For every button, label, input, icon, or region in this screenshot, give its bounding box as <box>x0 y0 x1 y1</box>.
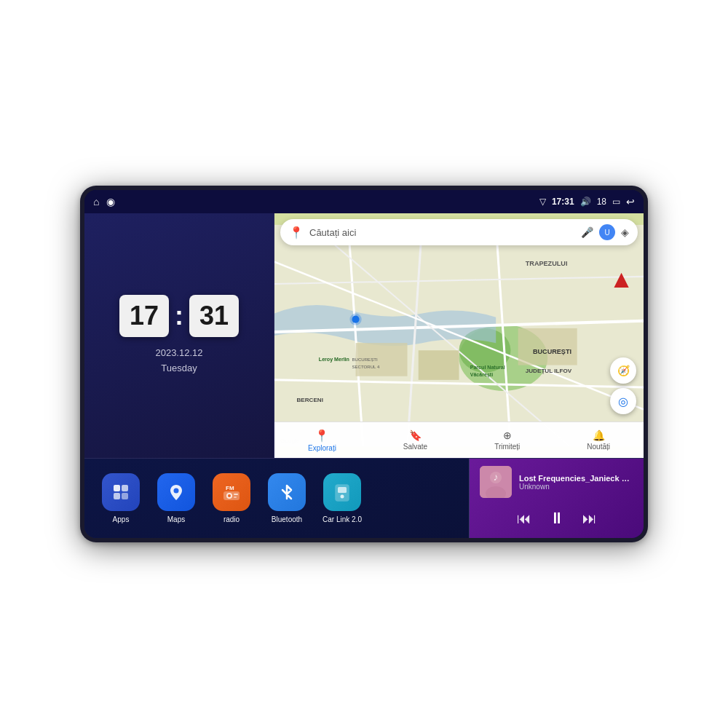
map-nav-share[interactable]: ⊕ Trimiteți <box>494 430 520 451</box>
device-screen: ⌂ ◉ ▽ 17:31 🔊 18 ▭ ↩ 17 : <box>84 190 644 538</box>
svg-text:JUDEȚUL ILFOV: JUDEȚUL ILFOV <box>526 368 572 374</box>
svg-text:Văcărești: Văcărești <box>470 372 494 378</box>
svg-text:Parcul Natural: Parcul Natural <box>470 365 505 371</box>
apps-label: Apps <box>113 515 130 523</box>
map-nav-saved[interactable]: 🔖 Salvate <box>403 430 427 451</box>
clock-minutes: 31 <box>189 295 239 337</box>
play-pause-button[interactable]: ⏸ <box>549 509 565 528</box>
svg-text:Leroy Merlin: Leroy Merlin <box>319 357 349 363</box>
music-player: ♪ Lost Frequencies_Janieck Devy-... Unkn… <box>469 459 644 538</box>
maps-pin-icon[interactable]: ◉ <box>106 196 115 207</box>
device: ⌂ ◉ ▽ 17:31 🔊 18 ▭ ↩ 17 : <box>80 186 648 542</box>
svg-rect-12 <box>419 350 459 380</box>
clock-display: 17 : 31 <box>119 295 239 337</box>
app-carlink[interactable]: Car Link 2.0 <box>320 473 364 523</box>
map-search-text[interactable]: Căutați aici <box>309 227 575 238</box>
svg-rect-36 <box>234 494 238 495</box>
news-label: Noutăți <box>587 443 610 451</box>
layers-icon[interactable]: ◈ <box>621 226 629 238</box>
svg-point-40 <box>341 495 344 499</box>
svg-rect-29 <box>114 493 120 499</box>
carlink-icon <box>323 473 361 511</box>
map-search-icons: 🎤 U ◈ <box>581 224 629 240</box>
svg-point-31 <box>174 488 179 494</box>
svg-point-35 <box>228 494 231 497</box>
saved-icon: 🔖 <box>409 430 422 441</box>
status-time: 17:31 <box>552 197 574 207</box>
apps-icon <box>102 473 140 511</box>
top-section: 17 : 31 2023.12.12 Tuesday <box>84 213 644 458</box>
svg-text:TRAPEZULUI: TRAPEZULUI <box>526 260 568 267</box>
map-bottom-nav: 📍 Explorați 🔖 Salvate ⊕ Trimiteți 🔔 <box>274 422 644 458</box>
radio-label: radio <box>223 515 240 523</box>
explore-icon: 📍 <box>314 429 329 443</box>
map-nav-news[interactable]: 🔔 Noutăți <box>587 430 610 451</box>
location-icon: ◎ <box>618 395 628 408</box>
status-right: ▽ 17:31 🔊 18 ▭ ↩ <box>539 196 635 207</box>
clock-date: 2023.12.12 Tuesday <box>155 346 202 376</box>
bluetooth-label: Bluetooth <box>272 515 302 523</box>
maps-label: Maps <box>167 515 185 523</box>
map-search-bar[interactable]: 📍 Căutați aici 🎤 U ◈ <box>280 219 638 245</box>
signal-icon: ▽ <box>539 197 546 207</box>
svg-text:BUCUREȘTI: BUCUREȘTI <box>352 357 377 362</box>
svg-rect-39 <box>338 487 347 493</box>
app-bluetooth[interactable]: Bluetooth <box>265 473 309 523</box>
music-info: Lost Frequencies_Janieck Devy-... Unknow… <box>519 474 633 491</box>
clock-hours: 17 <box>119 295 169 337</box>
svg-rect-27 <box>114 485 120 491</box>
compass-button[interactable]: 🧭 <box>610 357 636 384</box>
main-content: 17 : 31 2023.12.12 Tuesday <box>84 213 644 538</box>
svg-rect-13 <box>518 328 577 365</box>
music-controls: ⏮ ⏸ ⏭ <box>480 509 633 531</box>
svg-rect-37 <box>234 496 237 498</box>
location-button[interactable]: ◎ <box>610 388 636 414</box>
carlink-label: Car Link 2.0 <box>323 515 362 523</box>
apps-area: Apps Maps <box>84 459 469 538</box>
news-icon: 🔔 <box>593 430 605 441</box>
music-artist: Unknown <box>519 483 633 491</box>
share-icon: ⊕ <box>503 430 512 441</box>
status-left-icons: ⌂ ◉ <box>93 196 115 207</box>
svg-rect-28 <box>122 485 128 491</box>
volume-icon: 🔊 <box>580 197 591 207</box>
map-nav-explore[interactable]: 📍 Explorați <box>308 429 336 452</box>
saved-label: Salvate <box>403 443 427 451</box>
svg-text:FM: FM <box>226 485 234 491</box>
user-avatar[interactable]: U <box>599 224 615 240</box>
map-panel[interactable]: TRAPEZULUI BUCUREȘTI JUDEȚUL ILFOV BERCE… <box>274 213 644 458</box>
album-art: ♪ <box>480 466 512 498</box>
voice-search-icon[interactable]: 🎤 <box>581 226 593 238</box>
clock-panel: 17 : 31 2023.12.12 Tuesday <box>84 213 274 458</box>
status-bar: ⌂ ◉ ▽ 17:31 🔊 18 ▭ ↩ <box>84 190 644 213</box>
svg-text:♪: ♪ <box>494 471 499 483</box>
svg-text:SECTORUL 4: SECTORUL 4 <box>352 364 379 369</box>
svg-rect-30 <box>122 493 128 499</box>
back-icon[interactable]: ↩ <box>626 196 635 207</box>
svg-point-24 <box>349 314 361 325</box>
google-maps-pin-icon: 📍 <box>289 226 304 240</box>
maps-icon <box>157 473 195 511</box>
music-top: ♪ Lost Frequencies_Janieck Devy-... Unkn… <box>480 466 633 498</box>
app-maps[interactable]: Maps <box>154 473 198 523</box>
music-title: Lost Frequencies_Janieck Devy-... <box>519 474 633 483</box>
home-icon[interactable]: ⌂ <box>93 196 99 207</box>
battery-icon: ▭ <box>612 197 620 207</box>
clock-colon: : <box>175 301 183 331</box>
svg-text:BERCENI: BERCENI <box>296 397 323 403</box>
bluetooth-icon <box>268 473 306 511</box>
compass-icon: 🧭 <box>617 365 630 376</box>
next-button[interactable]: ⏭ <box>582 510 597 527</box>
app-radio[interactable]: FM radio <box>210 473 253 523</box>
share-label: Trimiteți <box>494 443 520 451</box>
explore-label: Explorați <box>308 444 336 452</box>
bottom-section: Apps Maps <box>84 458 644 538</box>
prev-button[interactable]: ⏮ <box>517 510 531 527</box>
svg-text:BUCUREȘTI: BUCUREȘTI <box>533 348 571 355</box>
radio-icon: FM <box>213 473 250 511</box>
volume-level: 18 <box>597 197 606 207</box>
app-apps[interactable]: Apps <box>99 473 143 523</box>
